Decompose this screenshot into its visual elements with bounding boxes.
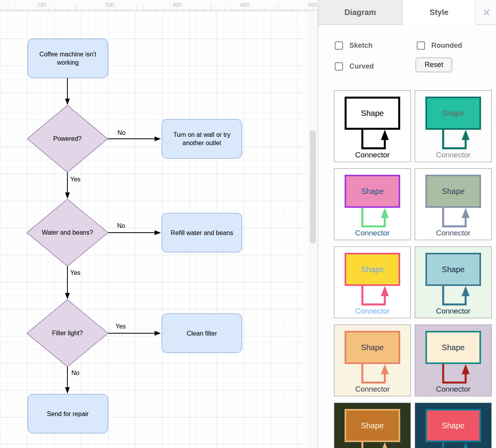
horizontal-ruler: 100 200 300 400 500 <box>0 0 318 11</box>
node-refill-water-beans[interactable]: Refill water and beans <box>162 213 242 252</box>
preset-shape: Shape <box>425 253 481 286</box>
preset-connector-arrow <box>430 286 477 306</box>
preset-connector-arrow <box>430 208 477 228</box>
reset-button[interactable]: Reset <box>416 58 452 72</box>
preset-connector-label: Connector <box>436 229 471 237</box>
tab-style[interactable]: Style <box>403 0 475 25</box>
preset-connector-label: Connector <box>355 385 390 394</box>
preset-shape: Shape <box>345 253 400 286</box>
style-preset-grid: Shape Connector Shape Connector Shape Co… <box>334 90 492 448</box>
style-preset-sage[interactable]: Shape Connector <box>415 168 492 240</box>
curved-label: Curved <box>349 62 374 71</box>
preset-shape: Shape <box>345 97 400 130</box>
preset-connector-arrow <box>349 286 396 306</box>
style-preset-lightblue[interactable]: Shape Connector <box>415 246 492 318</box>
drawing-canvas[interactable]: Coffee machine isn't working Turn on at … <box>0 11 308 448</box>
node-clean-filter[interactable]: Clean filter <box>162 314 242 353</box>
style-preset-dark-teal[interactable]: Shape Connector <box>415 403 492 448</box>
preset-shape: Shape <box>345 175 400 208</box>
preset-shape: Shape <box>345 331 400 364</box>
node-turn-on-at-wall[interactable]: Turn on at wall or try another outlet <box>162 119 242 159</box>
preset-shape: Shape <box>425 97 481 130</box>
sketch-label: Sketch <box>349 41 373 50</box>
preset-connector-label: Connector <box>436 385 471 394</box>
preset-connector-arrow <box>430 364 477 385</box>
preset-connector-arrow <box>349 208 396 228</box>
tab-diagram[interactable]: Diagram <box>318 0 403 25</box>
preset-connector-arrow <box>349 442 396 448</box>
preset-connector-label: Connector <box>436 307 471 315</box>
style-preset-dark-olive[interactable]: Shape Connector <box>334 403 411 448</box>
rounded-label: Rounded <box>431 41 462 50</box>
edge-label-yes[interactable]: Yes <box>115 322 127 330</box>
style-preset-yellow[interactable]: Shape Connector <box>334 246 411 318</box>
canvas-area: 100 200 300 400 500 <box>0 0 318 448</box>
style-preset-tan[interactable]: Shape Connector <box>334 325 411 396</box>
style-preset-lavender[interactable]: Shape Connector <box>415 325 492 396</box>
preset-connector-arrow <box>349 364 396 385</box>
preset-connector-label: Connector <box>355 229 390 237</box>
ruler-mark: 200 <box>105 2 114 8</box>
decision-filter-light-label[interactable]: Filter light? <box>28 323 107 344</box>
ruler-mark: 500 <box>308 2 317 8</box>
preset-connector-arrow <box>349 130 396 150</box>
preset-connector-arrow <box>430 442 477 448</box>
preset-connector-label: Connector <box>436 151 471 159</box>
ruler-mark: 300 <box>172 2 181 8</box>
format-panel-tabs: Diagram Style ✕ <box>318 0 496 25</box>
ruler-mark: 400 <box>240 2 249 8</box>
sketch-checkbox[interactable] <box>335 41 343 50</box>
preset-shape: Shape <box>425 331 481 364</box>
close-icon[interactable]: ✕ <box>481 7 492 19</box>
curved-checkbox[interactable] <box>335 62 343 71</box>
preset-shape: Shape <box>425 409 481 442</box>
decision-water-beans-label[interactable]: Water and beans? <box>28 222 107 243</box>
preset-shape: Shape <box>425 175 481 208</box>
format-panel: Diagram Style ✕ Sketch Rounded Curved Re… <box>318 0 496 448</box>
preset-connector-arrow <box>430 130 477 150</box>
style-preset-teal[interactable]: Shape Connector <box>415 90 492 162</box>
node-coffee-machine[interactable]: Coffee machine isn't working <box>28 39 108 78</box>
ruler-mark: 100 <box>37 2 46 8</box>
edge-label-no[interactable]: No <box>71 369 80 377</box>
preset-shape: Shape <box>345 409 400 442</box>
node-send-for-repair[interactable]: Send for repair <box>28 394 108 433</box>
style-preset-default[interactable]: Shape Connector <box>334 90 411 162</box>
preset-connector-label: Connector <box>355 151 390 159</box>
decision-powered-label[interactable]: Powered? <box>28 128 107 149</box>
edge-label-no[interactable]: No <box>116 222 126 230</box>
vertical-scrollbar[interactable] <box>310 130 316 244</box>
preset-connector-label: Connector <box>355 307 390 315</box>
edge-label-yes[interactable]: Yes <box>69 175 81 183</box>
edge-label-no[interactable]: No <box>117 129 126 137</box>
edge-label-yes[interactable]: Yes <box>69 269 81 277</box>
style-preset-pink[interactable]: Shape Connector <box>334 168 411 240</box>
rounded-checkbox[interactable] <box>417 41 425 50</box>
